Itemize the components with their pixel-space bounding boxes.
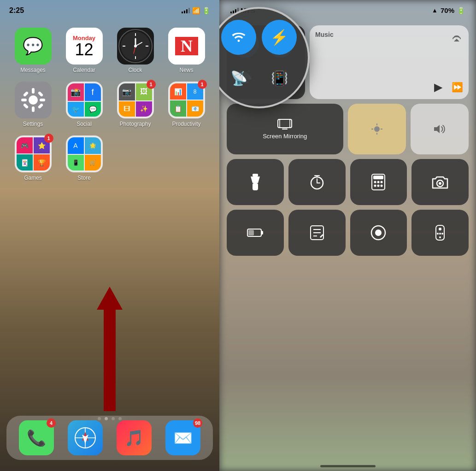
svg-rect-19 [23, 103, 29, 109]
home-indicator[interactable] [320, 465, 376, 467]
camera-tile[interactable] [411, 159, 469, 205]
swipe-up-arrow [97, 287, 123, 411]
store-icon: A 🌟 📱 🛒 [66, 135, 103, 172]
games-icon: 1 🎮 ⭐ 🃏 🏆 [15, 135, 52, 172]
magnifier-airdrop[interactable]: 📡 [221, 60, 256, 95]
dock-safari[interactable] [68, 420, 103, 455]
app-news[interactable]: N News [163, 28, 210, 73]
magnifier-hotspot[interactable]: 📳 [262, 60, 297, 95]
app-clock[interactable]: Clock [112, 28, 159, 73]
status-bar-left: 2:25 📶 🔋 [0, 6, 219, 15]
settings-svg [19, 86, 47, 114]
safari-svg [74, 426, 97, 449]
brightness-tile[interactable] [348, 104, 406, 154]
arrow-head [97, 287, 123, 310]
productivity-label: Productivity [172, 121, 200, 127]
svg-point-48 [381, 185, 383, 187]
photography-icon: 1 📷 🖼 🎞 ✨ [117, 82, 154, 118]
timer-icon [309, 174, 325, 190]
fast-forward-btn[interactable]: ⏩ [452, 82, 463, 93]
svg-rect-42 [373, 176, 383, 179]
svg-point-50 [439, 182, 441, 185]
airplay-icon [452, 32, 462, 42]
store-label: Store [77, 175, 91, 181]
games-label: Games [24, 175, 42, 181]
app-messages[interactable]: 💬 Messages [9, 28, 57, 73]
svg-rect-53 [248, 230, 254, 236]
svg-point-62 [439, 233, 441, 235]
app-settings[interactable]: Settings [9, 82, 57, 127]
clock-label: Clock [128, 67, 142, 73]
timer-tile[interactable] [288, 159, 346, 205]
music-controls: ▶ ⏩ [315, 81, 463, 94]
svg-rect-13 [32, 88, 35, 94]
battery-icon: 🔋 [202, 7, 210, 14]
dock-phone[interactable]: 4 📞 [19, 420, 54, 455]
app-store[interactable]: A 🌟 📱 🛒 Store [60, 135, 108, 181]
calculator-tile[interactable] [350, 159, 407, 205]
svg-rect-17 [23, 91, 29, 97]
svg-rect-20 [37, 103, 43, 109]
svg-point-59 [375, 230, 382, 236]
svg-point-63 [439, 236, 441, 238]
screen-mirroring-icon [277, 119, 292, 130]
music-tile[interactable]: Music ▶ ⏩ [310, 25, 469, 99]
notes-tile[interactable] [288, 210, 346, 256]
social-label: Social [76, 121, 92, 127]
music-dock-icon: 🎵 [117, 420, 152, 455]
left-panel: 2:25 📶 🔋 💬 Messages Monday 12 [0, 0, 219, 471]
flashlight-icon [249, 174, 262, 190]
status-icons-right: 📶 🔋 [182, 7, 210, 14]
app-photography[interactable]: 1 📷 🖼 🎞 ✨ Photography [112, 82, 159, 127]
safari-icon [68, 420, 103, 455]
volume-icon [432, 123, 447, 135]
magnifier-wifi[interactable] [221, 20, 256, 55]
clock-svg [117, 28, 154, 65]
svg-point-12 [29, 95, 38, 105]
screen-record-tile[interactable] [350, 210, 407, 256]
svg-rect-14 [32, 106, 35, 112]
magnifier-bt[interactable]: ⚡ [262, 20, 297, 55]
low-power-tile[interactable] [227, 210, 284, 256]
app-productivity[interactable]: 1 📊 8 📋 📧 Productivity [163, 82, 210, 127]
messages-label: Messages [20, 67, 46, 73]
volume-tile[interactable] [411, 104, 469, 154]
dock-mail[interactable]: 98 ✉️ [165, 420, 200, 455]
cc-row2: Screen Mirroring [227, 104, 469, 154]
svg-text:N: N [181, 37, 193, 55]
remote-tile[interactable] [411, 210, 469, 256]
app-grid: 💬 Messages Monday 12 Calendar [9, 28, 210, 181]
calculator-icon [371, 174, 385, 190]
screen-record-icon [370, 225, 386, 241]
app-calendar[interactable]: Monday 12 Calendar [60, 28, 108, 73]
svg-point-44 [377, 181, 380, 183]
photography-label: Photography [119, 121, 151, 127]
screen-mirroring-label: Screen Mirroring [263, 133, 307, 140]
dock-music[interactable]: 🎵 [117, 420, 152, 455]
arrow-shaft [104, 310, 116, 411]
flashlight-tile[interactable] [227, 159, 284, 205]
calendar-num: 12 [75, 41, 93, 58]
svg-point-47 [377, 185, 380, 187]
news-svg: N [168, 28, 205, 65]
productivity-icon: 1 📊 8 📋 📧 [168, 82, 205, 118]
cc-row3 [227, 159, 469, 205]
svg-point-46 [374, 185, 376, 187]
svg-rect-16 [40, 99, 45, 101]
messages-icon: 💬 [15, 28, 52, 65]
svg-rect-15 [21, 99, 27, 101]
settings-label: Settings [23, 121, 43, 127]
play-btn[interactable]: ▶ [434, 81, 442, 94]
screen-mirroring-tile[interactable]: Screen Mirroring [227, 104, 343, 154]
airplay-btn[interactable] [449, 30, 464, 45]
clock-icon [117, 28, 154, 65]
svg-rect-28 [280, 119, 290, 128]
app-games[interactable]: 1 🎮 ⭐ 🃏 🏆 Games [9, 135, 57, 181]
app-social[interactable]: 📸 f 🐦 💬 Social [60, 82, 108, 127]
news-icon: N [168, 28, 205, 65]
signal-icon [182, 8, 190, 13]
svg-rect-34 [253, 174, 258, 177]
svg-point-65 [441, 233, 443, 235]
battery-percent: 70% [441, 6, 454, 14]
dock: 4 📞 🎵 98 [6, 416, 213, 460]
